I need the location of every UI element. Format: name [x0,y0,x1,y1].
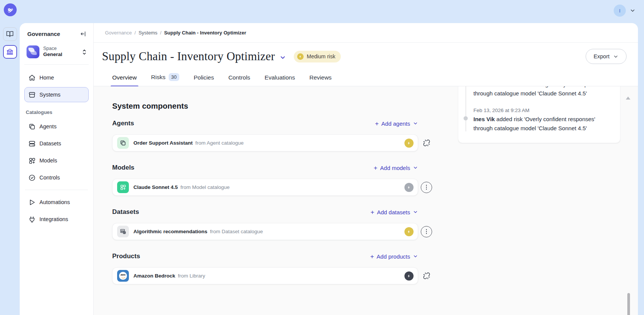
sidebar-item-label: Automations [39,199,70,205]
sidebar-item-label: Datasets [39,140,61,147]
component-source: from Library [178,273,205,279]
model-icon [117,181,129,193]
export-button[interactable]: Export [586,49,627,64]
controls-icon [28,174,36,181]
add-models-button[interactable]: + Add models [374,165,418,171]
sidebar-item-integrations[interactable]: Integrations [24,212,89,227]
page-title: Supply Chain - Inventory Optimizer [102,50,275,63]
sidebar-item-home[interactable]: Home [24,70,89,85]
kebab-menu-button[interactable] [418,182,435,193]
breadcrumb: Governance / Systems / Supply Chain - In… [94,23,638,43]
agent-row[interactable]: Order Support Assistant from Agent catal… [112,134,418,151]
component-name: Order Support Assistant [133,140,193,146]
agents-section-title: Agents [112,120,134,127]
scrollbar-thumb[interactable] [627,293,630,315]
governance-rail-button[interactable] [3,45,17,59]
library-rail-button[interactable] [3,27,17,41]
tab-bar: Overview Risks30 Policies Controls Evalu… [94,70,638,86]
chevron-down-icon [413,165,418,170]
system-components-heading: System components [112,101,435,111]
agent-icon [117,137,129,149]
main-area: Governance / Systems / Supply Chain - In… [94,23,638,315]
plus-icon: + [371,209,374,215]
activity-actor: Ines Vik [473,116,495,122]
model-row[interactable]: Claude Sonnet 4.5 from Model catalogue [112,179,418,196]
tab-risks[interactable]: Risks30 [151,73,179,86]
activity-card: Ines Vik added risk 'False legitimacy as… [458,86,620,143]
tab-controls[interactable]: Controls [228,74,250,86]
sidebar-item-agents[interactable]: Agents [24,119,89,134]
title-chevron-down-icon[interactable] [279,54,286,61]
tab-overview[interactable]: Overview [112,74,137,86]
add-agents-button[interactable]: + Add agents [375,120,418,127]
sidebar-item-systems[interactable]: Systems [24,87,89,102]
bolt-status-icon [404,139,414,148]
systems-icon [28,91,36,98]
add-products-button[interactable]: + Add products [370,253,418,260]
avatar[interactable]: I [614,5,626,17]
sidebar-item-controls[interactable]: Controls [24,170,89,185]
dataset-row[interactable]: Algorithmic recommendations from Dataset… [112,223,418,240]
app-panel: Governance Space General Home Systems [20,23,638,315]
sidebar-item-label: Controls [39,175,60,181]
risk-badge-label: Medium risk [307,53,335,59]
space-label: Space [43,46,78,52]
sidebar: Governance Space General Home Systems [20,23,94,315]
breadcrumb-current: Supply Chain - Inventory Optimizer [164,30,246,36]
models-section-title: Models [112,164,135,172]
component-name: Claude Sonnet 4.5 [133,184,178,190]
breadcrumb-governance[interactable]: Governance [105,30,132,36]
dataset-icon [117,226,129,237]
component-name: Amazon Bedrock [133,273,175,279]
space-name: General [43,51,78,58]
kebab-icon [421,182,432,193]
component-source: from Agent catalogue [195,140,244,146]
kebab-menu-button[interactable] [418,226,435,237]
agents-icon [28,123,36,130]
account-menu-chevron-down-icon[interactable] [630,8,636,14]
timeline-dot [464,116,468,120]
risks-count-badge: 30 [169,73,179,81]
activity-text: added risk 'False legitimacy assumption'… [473,86,598,97]
datasets-icon [28,140,36,147]
topbar: I [0,0,644,23]
logo-squiggle-icon [6,6,14,14]
sidebar-collapse-icon[interactable] [80,31,86,37]
sidebar-item-models[interactable]: Models [24,153,89,168]
products-section-title: Products [112,253,140,260]
space-icon [27,45,39,58]
breadcrumb-separator: / [135,30,136,36]
activity-feed[interactable]: Ines Vik added risk 'False legitimacy as… [458,86,620,167]
datasets-section: Datasets + Add datasets Algorithmic [112,208,435,240]
unlink-icon[interactable] [418,272,435,279]
aws-icon: aws [117,270,129,282]
sidebar-title: Governance [27,31,60,37]
activity-entry: Ines Vik added risk 'False legitimacy as… [473,86,610,98]
bolt-status-icon [404,183,414,192]
tab-evaluations[interactable]: Evaluations [265,74,295,86]
plus-icon: + [375,120,379,127]
sidebar-item-datasets[interactable]: Datasets [24,136,89,151]
integrations-icon [28,216,36,223]
app-logo[interactable] [4,3,17,16]
unlink-icon[interactable] [418,139,435,147]
bolt-status-icon [404,227,414,236]
add-datasets-button[interactable]: + Add datasets [371,209,418,215]
sidebar-item-automations[interactable]: Automations [24,195,89,210]
breadcrumb-systems[interactable]: Systems [138,30,157,36]
sidebar-divider [25,190,88,190]
space-selector[interactable]: Space General [24,42,89,65]
automations-icon [28,199,36,206]
products-section: Products + Add products aws Amazon B [112,253,435,284]
component-source: from Dataset catalogue [210,229,263,234]
tab-policies[interactable]: Policies [194,74,214,86]
sidebar-item-label: Home [39,75,54,81]
tab-reviews[interactable]: Reviews [309,74,332,86]
product-row[interactable]: aws Amazon Bedrock from Library [112,267,418,284]
sidebar-nav: Home Systems Catalogues Agents Datasets … [24,65,89,227]
agents-section: Agents + Add agents Order Support A [112,120,435,151]
scroll-up-arrow[interactable] [626,97,630,100]
bolt-status-icon [404,271,414,281]
page-header: Supply Chain - Inventory Optimizer Mediu… [94,43,638,70]
activity-entry: Feb 13, 2026 at 9:23 AM Ines Vik added r… [473,106,610,133]
